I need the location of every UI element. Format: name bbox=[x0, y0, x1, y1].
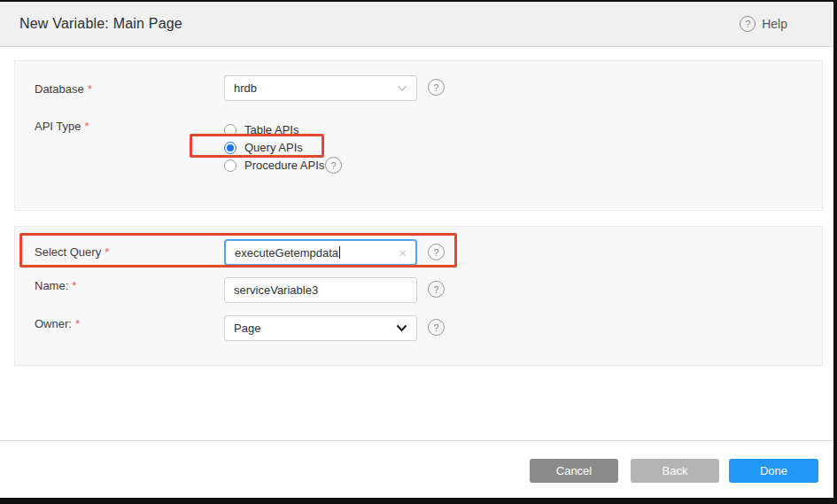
text-caret bbox=[339, 246, 340, 259]
select-query-input[interactable]: executeGetempdata × bbox=[224, 239, 417, 266]
help-button[interactable]: ? Help bbox=[740, 2, 787, 46]
dialog-header: New Variable: Main Page ? Help bbox=[0, 2, 833, 47]
select-query-required-asterisk: * bbox=[105, 245, 109, 259]
chevron-down-icon bbox=[397, 85, 407, 92]
help-question-icon: ? bbox=[740, 16, 756, 32]
owner-select-value: Page bbox=[234, 322, 396, 335]
frame-edge-top bbox=[0, 0, 837, 2]
api-type-label-text: API Type bbox=[35, 120, 81, 133]
select-query-label-text: Select Query bbox=[35, 245, 101, 259]
cancel-button[interactable]: Cancel bbox=[530, 459, 618, 483]
radio-query-apis-label: Query APIs bbox=[244, 141, 303, 154]
select-query-help-icon[interactable]: ? bbox=[428, 244, 445, 260]
query-details-panel: Select Query* executeGetempdata × ? Name… bbox=[14, 226, 823, 366]
radio-table-apis[interactable]: Table APIs bbox=[224, 123, 298, 136]
database-api-panel: Database* hrdb ? API Type* Table APIs Qu… bbox=[14, 60, 823, 211]
frame-edge-bottom bbox=[0, 498, 837, 504]
database-label-text: Database bbox=[35, 82, 84, 96]
owner-select[interactable]: Page bbox=[224, 315, 417, 341]
owner-label-text: Owner: bbox=[35, 317, 72, 330]
back-button[interactable]: Back bbox=[631, 459, 719, 483]
footer-divider bbox=[0, 440, 833, 441]
new-variable-dialog: New Variable: Main Page ? Help Database*… bbox=[0, 0, 837, 504]
radio-table-apis-label: Table APIs bbox=[244, 123, 298, 136]
api-type-required-asterisk: * bbox=[85, 120, 89, 133]
frame-edge-right bbox=[833, 0, 837, 504]
radio-unselected-icon bbox=[224, 159, 236, 172]
clear-icon[interactable]: × bbox=[399, 246, 407, 260]
dialog-title: New Variable: Main Page bbox=[19, 16, 182, 32]
api-type-help-icon[interactable]: ? bbox=[325, 157, 342, 174]
database-required-asterisk: * bbox=[88, 82, 92, 96]
name-input[interactable]: serviceVariable3 bbox=[224, 277, 417, 303]
done-button[interactable]: Done bbox=[729, 459, 818, 483]
select-query-label: Select Query* bbox=[35, 245, 109, 259]
radio-selected-icon bbox=[224, 142, 236, 154]
database-select-value: hrdb bbox=[234, 81, 397, 95]
radio-unselected-icon bbox=[224, 124, 236, 136]
radio-procedure-apis[interactable]: Procedure APIs bbox=[224, 159, 324, 172]
name-required-asterisk: * bbox=[72, 279, 76, 292]
name-label-text: Name: bbox=[35, 279, 68, 292]
owner-label: Owner:* bbox=[35, 317, 80, 330]
radio-query-apis[interactable]: Query APIs bbox=[224, 141, 303, 154]
help-label: Help bbox=[762, 17, 787, 31]
chevron-down-icon bbox=[396, 324, 407, 332]
name-help-icon[interactable]: ? bbox=[428, 281, 445, 298]
owner-required-asterisk: * bbox=[75, 317, 80, 330]
name-input-value: serviceVariable3 bbox=[234, 283, 318, 297]
select-query-input-value: executeGetempdata bbox=[235, 246, 338, 260]
database-select[interactable]: hrdb bbox=[224, 75, 417, 101]
name-label: Name:* bbox=[35, 279, 76, 292]
database-label: Database* bbox=[35, 82, 92, 96]
database-help-icon[interactable]: ? bbox=[428, 79, 445, 96]
owner-help-icon[interactable]: ? bbox=[428, 319, 445, 336]
radio-procedure-apis-label: Procedure APIs bbox=[244, 159, 324, 172]
api-type-label: API Type* bbox=[35, 120, 89, 133]
